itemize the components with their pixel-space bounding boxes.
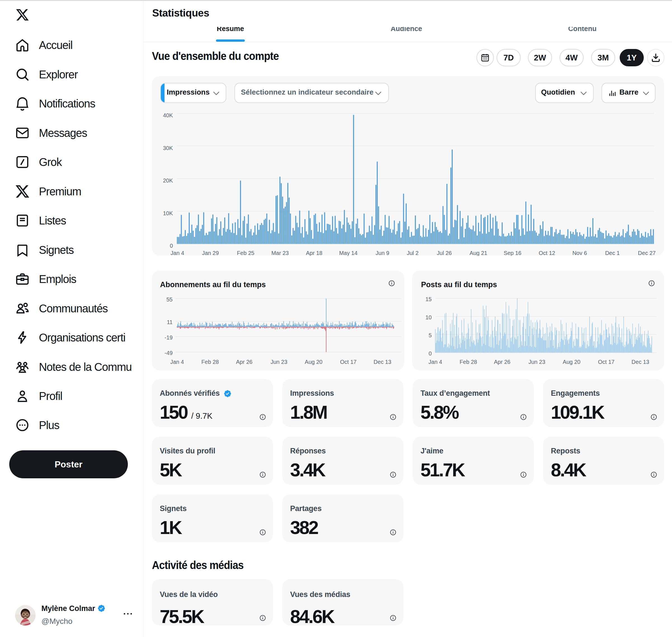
- svg-text:Dec 27: Dec 27: [638, 250, 655, 256]
- svg-text:Dec 13: Dec 13: [373, 359, 391, 365]
- svg-text:11: 11: [167, 319, 173, 325]
- svg-text:15: 15: [426, 296, 432, 302]
- svg-text:Nov 6: Nov 6: [573, 250, 587, 256]
- svg-text:Jan 4: Jan 4: [171, 250, 184, 256]
- svg-text:10K: 10K: [163, 210, 173, 216]
- svg-text:Feb 28: Feb 28: [202, 359, 219, 365]
- svg-text:Jul 26: Jul 26: [437, 250, 451, 256]
- svg-text:Jun 23: Jun 23: [528, 359, 545, 365]
- svg-text:-19: -19: [165, 334, 173, 341]
- svg-text:10: 10: [426, 314, 432, 321]
- svg-text:Dec 1: Dec 1: [605, 250, 620, 256]
- svg-text:Oct 12: Oct 12: [539, 250, 555, 256]
- svg-text:-49: -49: [165, 350, 173, 356]
- svg-text:0: 0: [170, 243, 173, 249]
- svg-text:40K: 40K: [163, 112, 173, 119]
- svg-text:May 14: May 14: [339, 250, 357, 256]
- svg-text:Feb 25: Feb 25: [237, 250, 254, 256]
- svg-text:Jan 4: Jan 4: [429, 359, 442, 365]
- svg-text:Jan 4: Jan 4: [170, 359, 184, 365]
- svg-text:Apr 26: Apr 26: [494, 359, 510, 365]
- svg-text:Aug 20: Aug 20: [563, 359, 580, 365]
- svg-text:Mar 23: Mar 23: [272, 250, 289, 256]
- svg-text:Oct 17: Oct 17: [598, 359, 615, 365]
- svg-text:0: 0: [429, 350, 432, 357]
- svg-text:Apr 18: Apr 18: [306, 250, 322, 256]
- svg-text:Aug 20: Aug 20: [305, 359, 322, 365]
- svg-text:Dec 13: Dec 13: [631, 359, 649, 365]
- svg-text:Feb 28: Feb 28: [460, 359, 477, 365]
- svg-text:Jan 29: Jan 29: [202, 250, 219, 256]
- svg-text:55: 55: [166, 296, 173, 303]
- svg-text:Jun 23: Jun 23: [270, 359, 287, 365]
- svg-text:5: 5: [429, 332, 432, 339]
- svg-text:Jul 2: Jul 2: [407, 250, 418, 256]
- svg-text:Sep 16: Sep 16: [504, 250, 521, 256]
- svg-text:Oct 17: Oct 17: [340, 359, 357, 365]
- svg-text:30K: 30K: [163, 145, 173, 151]
- svg-text:20K: 20K: [163, 178, 173, 184]
- svg-text:Aug 21: Aug 21: [469, 250, 487, 256]
- svg-text:Jun 9: Jun 9: [376, 250, 389, 256]
- svg-text:Apr 26: Apr 26: [236, 359, 253, 365]
